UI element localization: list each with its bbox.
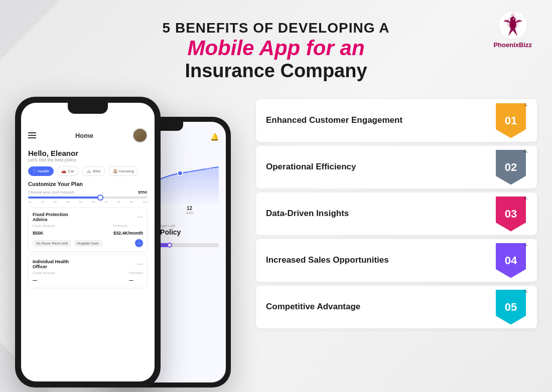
phoenix-icon [498,10,528,40]
benefit-text-03: Data-Driven Insights [256,200,495,227]
main-container: 5 BENEFITS OF DEVELOPING A Mobile App fo… [0,0,552,392]
policy-name-2: Individual HealthOfficer [33,259,69,269]
benefit-item-02: Operational Efficiency02 [256,146,537,188]
policy-name-1: Fixed ProtectionAdvice [33,212,68,222]
benefit-badge-03: 03 [495,195,527,233]
badge-num-01: 01 [505,114,517,127]
benefit-text-02: Operational Efficiency [256,153,495,180]
policy-card-1: Fixed ProtectionAdvice ⋯ Cover Amount $5… [28,208,148,252]
title-line1: 5 BENEFITS OF DEVELOPING A [10,20,542,36]
benefit-item-03: Data-Driven Insights03 [256,192,537,235]
cover-value: $55K [33,231,44,236]
benefit-badge-02: 02 [495,149,527,186]
badge-fold-03 [524,195,528,200]
policy-amounts-2: Cover Amount — Premium — [33,271,143,284]
policy-card-2: Individual HealthOfficer ⋯ Cover Amount … [28,255,148,288]
cat-housing[interactable]: 🏠 Housing [108,166,139,176]
scale-row: 1020304050 60708090100 [28,201,148,204]
header: 5 BENEFITS OF DEVELOPING A Mobile App fo… [0,0,552,92]
avatar [132,128,148,143]
sub-greeting-text: Let's find the best policy [28,157,148,162]
policy-header-2: Individual HealthOfficer ⋯ [33,259,143,269]
cat-bike[interactable]: 🚲 Bike [82,166,105,176]
logo-text: PhoenixBizz [493,41,532,49]
premium-value-2: — [129,278,133,283]
benefit-title-01: Enhanced Customer Engagement [266,115,487,126]
benefit-badge-01: 01 [495,102,527,139]
badge-shape-01: 01 [496,103,526,138]
policy-tags-1: No Room Rent Limit Hospital Cash → [33,239,143,247]
svg-point-4 [513,19,514,20]
month-june: June [186,211,193,215]
cat-car[interactable]: 🚗 Car [57,166,79,176]
cat-health[interactable]: ♡ Health [28,166,54,176]
badge-shape-03: 03 [496,197,526,232]
tag-hospital: Hospital Cash [73,240,102,247]
cover-label: Cover Amount [33,224,55,228]
badge-num-04: 04 [505,254,517,267]
policy-dots-2: ⋯ [137,261,143,268]
svg-point-3 [510,17,515,23]
slider-thumb [97,194,103,201]
benefit-badge-05: 05 [495,289,527,326]
benefit-text-04: Increased Sales Opportunities [256,247,495,274]
benefit-text-01: Enhanced Customer Engagement [256,107,495,134]
premium-block: Premium $32.4K/month [113,224,143,237]
progress-dot [167,243,172,248]
hamburger-icon [28,132,36,138]
premium-block-2: Premium — [129,271,143,284]
tag-no-room: No Room Rent Limit [33,240,71,247]
cover-value-2: — [33,278,37,283]
date-june: 12 June [186,206,193,215]
nav-title: Home [75,132,93,139]
category-tabs: ♡ Health 🚗 Car 🚲 Bike 🏠 Housing [28,166,148,176]
customize-title: Customize Your Plan [28,181,148,187]
cover-amount-block: Cover Amount $55K [33,224,55,237]
badge-num-03: 03 [505,208,517,221]
main-content: Home Hello, Eleanor Let's find the best … [0,92,552,392]
benefit-item-04: Increased Sales Opportunities04 [256,239,537,282]
phone-1-body: Hello, Eleanor Let's find the best polic… [21,145,155,295]
svg-point-5 [178,171,183,176]
sum-label: Choose your sum insured [28,190,74,194]
badge-num-02: 02 [505,161,517,174]
benefit-text-05: Competitive Advantage [256,293,495,320]
premium-label: Premium [113,224,143,228]
greeting-text: Hello, Eleanor [28,149,148,157]
badge-shape-04: 04 [496,243,526,278]
phone-section: Home Hello, Eleanor Let's find the best … [15,97,246,382]
badge-num-05: 05 [505,301,517,314]
cover-label-2: Cover Amount [33,271,55,275]
logo: PhoenixBizz [493,10,532,49]
tag-btn[interactable]: → [135,239,143,247]
slider-fill [28,197,100,199]
slider-track[interactable] [28,197,148,199]
title-line3: Insurance Company [10,60,542,82]
sum-value: $55K [138,190,148,194]
sum-row: Choose your sum insured $55K [28,190,148,194]
badge-fold-04 [524,242,528,246]
benefit-badge-04: 04 [495,242,527,279]
benefits-section: Enhanced Customer Engagement01Operationa… [256,97,537,382]
policy-amounts-1: Cover Amount $55K Premium $32.4K/month [33,224,143,237]
phone-1-screen: Home Hello, Eleanor Let's find the best … [21,103,155,381]
badge-shape-05: 05 [496,290,526,325]
benefit-title-05: Competitive Advantage [266,301,487,312]
badge-fold-02 [524,149,528,153]
phone-1: Home Hello, Eleanor Let's find the best … [15,97,161,387]
cover-amount-block-2: Cover Amount — [33,271,55,284]
premium-label-2: Premium [129,271,143,275]
benefit-title-02: Operational Efficiency [266,161,487,172]
badge-shape-02: 02 [496,150,526,185]
premium-value: $32.4K/month [113,231,143,236]
policy-header-1: Fixed ProtectionAdvice ⋯ [33,212,143,222]
benefit-item-05: Competitive Advantage05 [256,286,537,328]
phone-1-nav: Home [21,125,155,145]
benefit-item-01: Enhanced Customer Engagement01 [256,99,537,142]
benefit-title-04: Increased Sales Opportunities [266,255,487,266]
phone-1-notch [68,103,108,114]
badge-fold-01 [524,102,528,106]
benefit-title-03: Data-Driven Insights [266,208,487,219]
policy-dots-1: ⋯ [137,214,143,221]
badge-fold-05 [524,289,528,293]
